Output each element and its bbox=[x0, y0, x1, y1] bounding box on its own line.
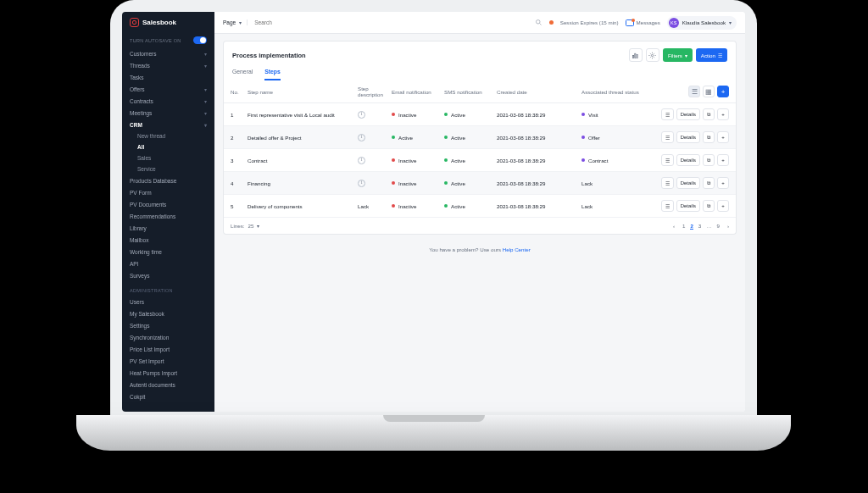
sidebar-item-heat-pumps-import[interactable]: Heat Pumps Import bbox=[122, 367, 214, 379]
row-copy-button[interactable]: ⧉ bbox=[703, 108, 715, 120]
sidebar-sub-sales[interactable]: Sales bbox=[122, 152, 214, 163]
search-icon[interactable] bbox=[535, 19, 542, 26]
row-menu-button[interactable]: ☰ bbox=[661, 108, 674, 120]
sidebar-item-autenti-documents[interactable]: Autenti documents bbox=[122, 379, 214, 391]
search-input[interactable] bbox=[254, 19, 530, 25]
row-add-button[interactable]: + bbox=[717, 154, 729, 166]
search-box bbox=[254, 19, 542, 26]
sidebar-item-synchronization[interactable]: Synchronization bbox=[122, 331, 214, 343]
help-line: You have a problem? Use ours Help Center bbox=[214, 246, 745, 252]
status-dot-icon bbox=[444, 136, 448, 139]
page-2[interactable]: 2 bbox=[690, 223, 693, 230]
view-grid-button[interactable]: ▦ bbox=[703, 86, 715, 97]
sidebar-item-users[interactable]: Users bbox=[122, 296, 214, 307]
sidebar-item-library[interactable]: Library bbox=[122, 222, 214, 234]
session-warning-icon bbox=[549, 20, 554, 25]
view-list-button[interactable]: ☰ bbox=[688, 86, 700, 97]
app-screen: Salesbook Turn Autosave on Customers▾Thr… bbox=[122, 12, 745, 412]
sidebar-item-price-list-import[interactable]: Price List Import bbox=[122, 343, 214, 355]
brand-logo-icon bbox=[130, 18, 139, 27]
sidebar-item-recommendations[interactable]: Recommendations bbox=[122, 210, 214, 222]
avatar: KS bbox=[669, 18, 679, 28]
row-copy-button[interactable]: ⧉ bbox=[703, 177, 715, 189]
messages-link[interactable]: Messages bbox=[626, 19, 660, 26]
sidebar-item-surveys[interactable]: Surveys bbox=[122, 269, 214, 281]
page-prev[interactable]: ‹ bbox=[673, 223, 675, 229]
sidebar-item-offers[interactable]: Offers▾ bbox=[122, 83, 214, 95]
action-button[interactable]: Action☰ bbox=[696, 48, 727, 62]
row-add-button[interactable]: + bbox=[717, 200, 729, 212]
info-icon[interactable] bbox=[358, 180, 365, 187]
page-9[interactable]: 9 bbox=[716, 223, 719, 229]
info-icon[interactable] bbox=[358, 111, 365, 119]
row-menu-button[interactable]: ☰ bbox=[661, 154, 674, 166]
status-dot-icon bbox=[392, 113, 395, 116]
row-details-button[interactable]: Details bbox=[676, 108, 700, 120]
page-3[interactable]: 3 bbox=[698, 223, 701, 229]
sidebar-sub-service[interactable]: Service bbox=[122, 163, 214, 174]
sidebar-item-api[interactable]: API bbox=[122, 258, 214, 269]
filters-button[interactable]: Filters▾ bbox=[663, 48, 693, 62]
user-menu[interactable]: KS Klaudia Salesbook ▾ bbox=[667, 16, 737, 30]
row-menu-button[interactable]: ☰ bbox=[661, 131, 674, 143]
info-icon[interactable] bbox=[358, 134, 365, 141]
row-copy-button[interactable]: ⧉ bbox=[703, 200, 715, 212]
tab-steps[interactable]: Steps bbox=[264, 69, 281, 80]
brand: Salesbook bbox=[122, 12, 214, 33]
row-copy-button[interactable]: ⧉ bbox=[703, 131, 715, 143]
chevron-down-icon: ▾ bbox=[729, 19, 732, 25]
sidebar-item-tasks[interactable]: Tasks bbox=[122, 71, 214, 83]
sidebar-item-working-time[interactable]: Working time bbox=[122, 246, 214, 258]
notification-dot-icon bbox=[632, 19, 635, 22]
chevron-down-icon: ▾ bbox=[239, 19, 242, 25]
row-add-button[interactable]: + bbox=[717, 177, 729, 189]
tab-general[interactable]: General bbox=[232, 69, 253, 80]
help-center-link[interactable]: Help Center bbox=[503, 246, 531, 252]
sidebar-item-cokpit[interactable]: Cokpit bbox=[122, 391, 214, 402]
sidebar-item-meetings[interactable]: Meetings▾ bbox=[122, 107, 214, 119]
row-menu-button[interactable]: ☰ bbox=[661, 200, 674, 212]
chart-icon-button[interactable] bbox=[629, 48, 643, 62]
chevron-down-icon: ▾ bbox=[204, 63, 207, 69]
sidebar-sub-new-thread[interactable]: New thread bbox=[122, 130, 214, 141]
row-details-button[interactable]: Details bbox=[676, 154, 700, 166]
status-dot-icon bbox=[392, 158, 395, 162]
sidebar-item-mailbox[interactable]: Mailbox bbox=[122, 234, 214, 246]
brand-name: Salesbook bbox=[142, 19, 176, 26]
status-dot-icon bbox=[581, 113, 585, 116]
row-details-button[interactable]: Details bbox=[676, 200, 700, 212]
chevron-down-icon: ▾ bbox=[257, 223, 259, 229]
laptop-frame: Salesbook Turn Autosave on Customers▾Thr… bbox=[110, 0, 757, 424]
sidebar-item-contracts[interactable]: Contracts▾ bbox=[122, 95, 214, 107]
sidebar-item-pv-documents[interactable]: PV Documents bbox=[122, 198, 214, 210]
col-actions: ☰ ▦ + bbox=[659, 86, 729, 97]
row-add-button[interactable]: + bbox=[717, 108, 729, 120]
sidebar-item-customers[interactable]: Customers▾ bbox=[122, 47, 214, 59]
col-email: Email notification bbox=[392, 89, 444, 95]
row-menu-button[interactable]: ☰ bbox=[661, 177, 674, 189]
row-details-button[interactable]: Details bbox=[676, 131, 700, 143]
row-details-button[interactable]: Details bbox=[676, 177, 700, 189]
sidebar-item-threads[interactable]: Threads▾ bbox=[122, 59, 214, 71]
sidebar-item-my-salesbook[interactable]: My Salesbook bbox=[122, 307, 214, 319]
row-copy-button[interactable]: ⧉ bbox=[703, 154, 715, 166]
autosave-toggle[interactable] bbox=[193, 36, 207, 44]
page-selector[interactable]: Page ▾ bbox=[223, 19, 248, 25]
lines-per-page[interactable]: Lines: 25 ▾ bbox=[231, 223, 259, 229]
row-add-button[interactable]: + bbox=[717, 131, 729, 143]
sidebar-item-settings[interactable]: Settings bbox=[122, 319, 214, 331]
page-next[interactable]: › bbox=[727, 223, 729, 229]
page-1[interactable]: 1 bbox=[682, 223, 685, 229]
sidebar-sub-all[interactable]: All bbox=[122, 141, 214, 152]
sidebar-item-pv-form[interactable]: PV Form bbox=[122, 186, 214, 198]
add-step-button[interactable]: + bbox=[717, 86, 729, 97]
sidebar-item-products-database[interactable]: Products Database bbox=[122, 174, 214, 186]
gear-icon-button[interactable] bbox=[646, 48, 659, 62]
sidebar-item-pv-set-import[interactable]: PV Set Import bbox=[122, 355, 214, 367]
autosave-toggle-row: Turn Autosave on bbox=[122, 33, 214, 47]
sidebar-item-crm[interactable]: CRM▾ bbox=[122, 119, 214, 130]
pagination: ‹ 123…9 › bbox=[673, 223, 729, 229]
info-icon[interactable] bbox=[358, 157, 365, 164]
col-step-desc: Step description bbox=[358, 86, 392, 97]
session-expire-text: Session Expires (15 min) bbox=[560, 19, 619, 25]
